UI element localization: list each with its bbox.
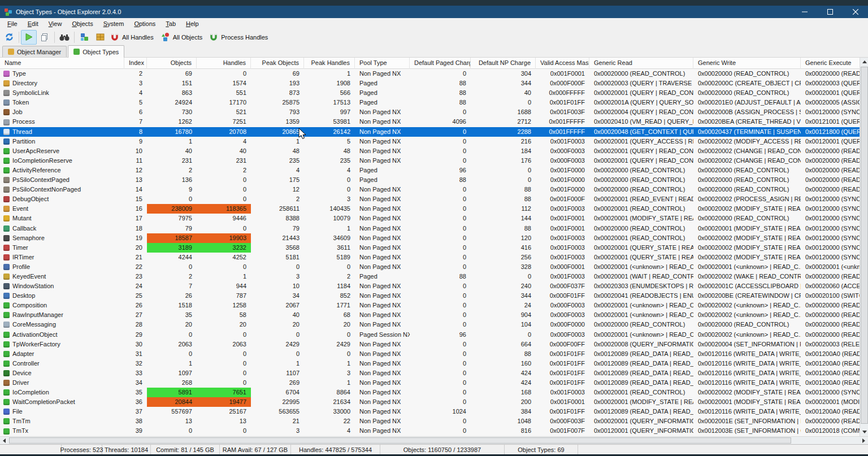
table-row[interactable]: Token524924171702587517513Paged8800x001F… xyxy=(0,98,868,107)
table-row[interactable]: Desktop252678734852Non Paged NX03440x000… xyxy=(0,291,868,301)
column-header-generic-execute[interactable]: Generic Execute xyxy=(801,58,868,69)
maximize-button[interactable] xyxy=(817,6,843,18)
scroll-right-icon[interactable] xyxy=(860,437,868,444)
object-type-name: WindowStation xyxy=(12,281,54,291)
table-row[interactable]: Mutant1779759446838810079Non Paged NX014… xyxy=(0,214,868,223)
minimize-button[interactable] xyxy=(792,6,817,18)
column-header-handles[interactable]: Handles xyxy=(197,58,251,69)
cell-objects: 24924 xyxy=(147,98,197,107)
menu-item-view[interactable]: View xyxy=(44,19,67,28)
window-title: Object Types - Object Explorer 2.0.4.0 xyxy=(16,8,121,15)
keys-icon xyxy=(3,273,10,280)
cell-default-np-charge: 88 xyxy=(471,194,536,204)
column-header-generic-read[interactable]: Generic Read xyxy=(589,58,693,69)
scroll-left-icon[interactable] xyxy=(0,437,8,444)
table-row[interactable]: Type2690691Non Paged NX03040x001F00010x0… xyxy=(0,69,868,79)
table-row[interactable]: Driver3426802691Non Paged NX04240x001F01… xyxy=(0,378,868,388)
menu-item-tab[interactable]: Tab xyxy=(160,19,181,28)
package-icon xyxy=(8,49,14,55)
cell-name: Callback xyxy=(0,224,124,233)
table-row[interactable]: Controller321011Non Paged NX01600x001F01… xyxy=(0,359,868,368)
table-row[interactable]: Process712627251135953981Non Paged NX409… xyxy=(0,117,868,127)
objects-view-button[interactable] xyxy=(76,30,92,45)
column-header-index[interactable]: Index xyxy=(124,58,147,69)
menu-item-help[interactable]: Help xyxy=(181,19,204,28)
tab-object-manager[interactable]: Object Manager xyxy=(2,46,67,57)
table-row[interactable]: Timer203189323235683611Non Paged NX04160… xyxy=(0,243,868,253)
table-row[interactable]: ActivityReference122244Paged9600x001F000… xyxy=(0,166,868,175)
cell-default-paged-charge: 0 xyxy=(410,388,471,397)
table-row[interactable]: IoCompletionReserve11231231235235Non Pag… xyxy=(0,156,868,166)
menu-item-options[interactable]: Options xyxy=(129,19,160,28)
table-row[interactable]: DebugObject150023Non Paged NX0880x001F00… xyxy=(0,194,868,204)
table-row[interactable]: KeyedEvent232132Paged8800x001F00030x0002… xyxy=(0,272,868,281)
table-row[interactable]: TmTx390034Non Paged NX08160x001F007F0x00… xyxy=(0,426,868,436)
vertical-scroll-thumb[interactable] xyxy=(861,67,868,424)
column-header-objects[interactable]: Objects xyxy=(147,58,197,69)
all-handles-button[interactable]: All Handles xyxy=(108,31,158,44)
search-button[interactable] xyxy=(57,30,72,45)
table-row[interactable]: RawInputManager2735584068Non Paged NX090… xyxy=(0,310,868,320)
table-row[interactable]: SymbolicLink4863551873566Paged88400x000F… xyxy=(0,88,868,98)
table-row[interactable]: TpWorkerFactory302063206324292429Non Pag… xyxy=(0,340,868,349)
table-row[interactable]: CoreMessaging2820202020Non Paged NX01040… xyxy=(0,320,868,329)
close-button[interactable] xyxy=(843,6,868,18)
title-bar[interactable]: Object Types - Object Explorer 2.0.4.0 xyxy=(0,6,868,18)
table-row[interactable]: WindowStation247944101184Non Paged NX024… xyxy=(0,281,868,291)
cell-default-np-charge: 0 xyxy=(471,330,536,340)
table-row[interactable]: Thread816780207082086526142Non Paged NX0… xyxy=(0,127,868,137)
column-header-pool-type[interactable]: Pool Type xyxy=(355,58,410,69)
menu-item-file[interactable]: File xyxy=(2,19,23,28)
cell-peak-objects: 1 xyxy=(251,359,304,368)
table-row[interactable]: IoCompletion355891765167048864Non Paged … xyxy=(0,388,868,397)
menu-item-system[interactable]: System xyxy=(98,19,129,28)
horizontal-scrollbar[interactable] xyxy=(0,436,868,444)
table-row[interactable]: ActivationObject290000Paged Session NX96… xyxy=(0,330,868,340)
cell-index: 21 xyxy=(124,253,147,262)
process-handles-button[interactable]: Process Handles xyxy=(207,31,272,44)
cell-valid-access-mask: 0x001F000F xyxy=(536,194,589,204)
table-row[interactable]: Adapter310000Non Paged NX0880x001F01FF0x… xyxy=(0,349,868,359)
column-header-generic-write[interactable]: Generic Write xyxy=(693,58,801,69)
table-row[interactable]: Profile220000Non Paged NX03280x000F00010… xyxy=(0,262,868,272)
table-row[interactable]: Job6730521793997Non Paged NX016880x001F0… xyxy=(0,107,868,117)
column-header-peak-objects[interactable]: Peak Objects xyxy=(251,58,304,69)
cell-objects: 151 xyxy=(147,79,197,88)
table-row[interactable]: Directory315115741931908Paged883440x000F… xyxy=(0,79,868,88)
refresh-button[interactable] xyxy=(1,30,17,45)
table-row[interactable]: IRTimer214244425251815189Non Paged NX025… xyxy=(0,253,868,262)
table-row[interactable]: PsSiloContextPaged1313601750Paged8800x00… xyxy=(0,175,868,185)
cell-handles: 13 xyxy=(197,416,251,426)
scroll-up-icon[interactable] xyxy=(860,58,868,66)
column-header-peak-handles[interactable]: Peak Handles xyxy=(304,58,355,69)
horizontal-scroll-thumb[interactable] xyxy=(9,437,791,444)
copy-button[interactable] xyxy=(37,30,53,45)
menu-item-edit[interactable]: Edit xyxy=(23,19,44,28)
column-header-name[interactable]: Name xyxy=(0,58,124,69)
start-button[interactable] xyxy=(21,30,37,45)
all-objects-button[interactable]: All Objects xyxy=(158,31,207,44)
table-row[interactable]: UserApcReserve1040404848Non Paged NX0184… xyxy=(0,146,868,156)
column-header-valid-access-mask[interactable]: Valid Access Mask xyxy=(536,58,589,69)
object-type-name: WaitCompletionPacket xyxy=(12,397,75,407)
menu-item-objects[interactable]: Objects xyxy=(67,19,98,28)
cell-peak-objects: 8388 xyxy=(251,214,304,223)
table-row[interactable]: File375576972516756365533000Non Paged NX… xyxy=(0,407,868,416)
table-row[interactable]: Device331097011073Non Paged NX04240x001F… xyxy=(0,368,868,378)
table-row[interactable]: WaitCompletionPacket36208441947722995216… xyxy=(0,397,868,407)
cell-name: Job xyxy=(0,107,124,117)
column-header-default-paged-charge[interactable]: Default Paged Charge xyxy=(410,58,471,69)
table-row[interactable]: TmTm3813132122Non Paged NX010480x000F003… xyxy=(0,416,868,426)
table-row[interactable]: Event16238009118365258611140435Non Paged… xyxy=(0,204,868,214)
tab-object-types[interactable]: Object Types xyxy=(68,45,124,58)
table-row[interactable]: Composition261518125820671771Non Paged N… xyxy=(0,301,868,310)
table-row[interactable]: Callback18790791Non Paged NX0880x001F000… xyxy=(0,224,868,233)
scroll-down-icon[interactable] xyxy=(860,428,868,436)
table-row[interactable]: PsSiloContextNonPaged1490120Non Paged NX… xyxy=(0,185,868,194)
cell-peak-objects: 235 xyxy=(251,156,304,166)
column-header-default-np-charge[interactable]: Default NP Charge xyxy=(471,58,536,69)
vertical-scrollbar[interactable] xyxy=(860,58,868,436)
table-row[interactable]: Semaphore1918587199032144334609Non Paged… xyxy=(0,233,868,243)
package-view-button[interactable] xyxy=(92,30,108,45)
table-row[interactable]: Partition91415Non Paged NX02160x001F0003… xyxy=(0,137,868,146)
